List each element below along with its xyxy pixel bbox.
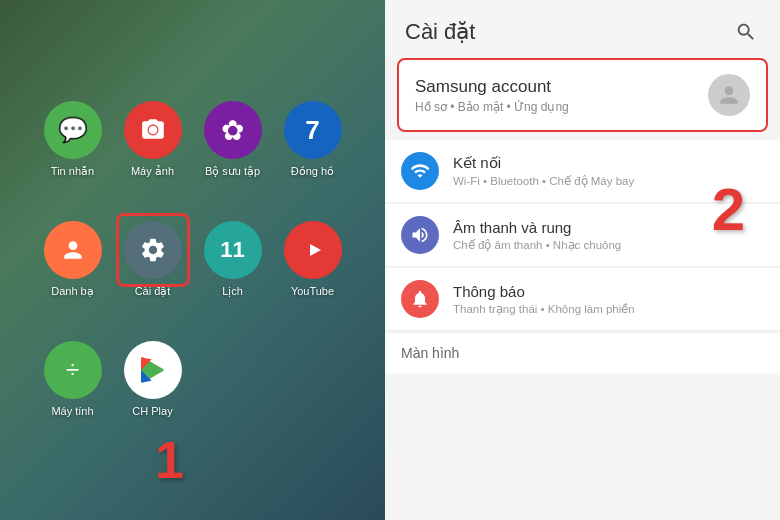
danh-ba-icon [44, 221, 102, 279]
samsung-account-item[interactable]: Samsung account Hồ sơ • Bảo mật • Ứng dụ… [397, 58, 768, 132]
app-dong-ho[interactable]: 7 Đồng hồ [273, 80, 353, 200]
search-button[interactable] [732, 18, 760, 46]
may-anh-icon [124, 101, 182, 159]
man-hinh-label: Màn hình [401, 345, 459, 361]
wifi-icon [401, 152, 439, 190]
home-screen: 💬 Tin nhắn Máy ảnh ✿ Bộ sưu tập 7 Đồng h… [0, 0, 385, 520]
thong-bao-item[interactable]: Thông báo Thanh trạng thái • Không làm p… [385, 268, 780, 331]
cai-dat-label: Cài đặt [135, 285, 171, 298]
settings-screen: Cài đặt Samsung account Hồ sơ • Bảo mật … [385, 0, 780, 520]
app-bo-suu-tap[interactable]: ✿ Bộ sưu tập [193, 80, 273, 200]
samsung-account-subtitle: Hồ sơ • Bảo mật • Ứng dụng [415, 100, 569, 114]
tin-nhan-label: Tin nhắn [51, 165, 94, 178]
thong-bao-subtitle: Thanh trạng thái • Không làm phiền [453, 302, 635, 316]
sound-icon [401, 216, 439, 254]
samsung-account-title: Samsung account [415, 77, 569, 97]
am-thanh-title: Âm thanh và rung [453, 219, 621, 236]
svg-point-0 [148, 126, 157, 135]
app-may-tinh[interactable]: ÷ Máy tính [33, 320, 113, 440]
ch-play-icon [124, 341, 182, 399]
settings-header: Cài đặt [385, 0, 780, 58]
samsung-account-info: Samsung account Hồ sơ • Bảo mật • Ứng dụ… [415, 77, 569, 114]
step-number-2: 2 [712, 175, 745, 244]
may-tinh-icon: ÷ [44, 341, 102, 399]
man-hinh-item[interactable]: Màn hình [385, 332, 780, 373]
may-anh-label: Máy ảnh [131, 165, 174, 178]
avatar [708, 74, 750, 116]
danh-ba-label: Danh bạ [51, 285, 93, 298]
thong-bao-title: Thông báo [453, 283, 635, 300]
app-youtube[interactable]: YouTube [273, 200, 353, 320]
ket-noi-title: Kết nối [453, 154, 634, 172]
lich-label: Lịch [222, 285, 243, 298]
collection-icon: ✿ [204, 101, 262, 159]
app-cai-dat[interactable]: Cài đặt [113, 200, 193, 320]
ket-noi-text: Kết nối Wi-Fi • Bluetooth • Chế độ Máy b… [453, 154, 634, 188]
ch-play-label: CH Play [132, 405, 172, 418]
bo-suu-tap-label: Bộ sưu tập [205, 165, 260, 178]
app-ch-play[interactable]: CH Play [113, 320, 193, 440]
youtube-label: YouTube [291, 285, 334, 298]
lich-icon: 11 [204, 221, 262, 279]
ket-noi-subtitle: Wi-Fi • Bluetooth • Chế độ Máy bay [453, 174, 634, 188]
dong-ho-icon: 7 [284, 101, 342, 159]
notification-icon [401, 280, 439, 318]
app-lich[interactable]: 11 Lịch [193, 200, 273, 320]
step-number-1: 1 [155, 430, 184, 490]
youtube-icon [284, 221, 342, 279]
tin-nhan-icon: 💬 [44, 101, 102, 159]
may-tinh-label: Máy tính [51, 405, 93, 418]
am-thanh-subtitle: Chế độ âm thanh • Nhạc chuông [453, 238, 621, 252]
cai-dat-icon [124, 221, 182, 279]
app-grid: 💬 Tin nhắn Máy ảnh ✿ Bộ sưu tập 7 Đồng h… [33, 80, 353, 440]
app-danh-ba[interactable]: Danh bạ [33, 200, 113, 320]
thong-bao-text: Thông báo Thanh trạng thái • Không làm p… [453, 283, 635, 316]
app-tin-nhan[interactable]: 💬 Tin nhắn [33, 80, 113, 200]
settings-title: Cài đặt [405, 19, 475, 45]
dong-ho-label: Đồng hồ [291, 165, 334, 178]
app-may-anh[interactable]: Máy ảnh [113, 80, 193, 200]
am-thanh-text: Âm thanh và rung Chế độ âm thanh • Nhạc … [453, 219, 621, 252]
